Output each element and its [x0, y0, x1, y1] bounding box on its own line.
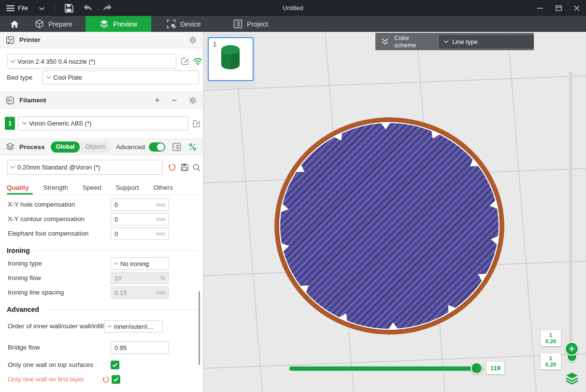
- param-unit: mm: [156, 202, 165, 208]
- bridge-flow-input[interactable]: 0.95: [111, 341, 169, 354]
- move-slider-value: 119: [486, 362, 504, 374]
- reset-process-icon[interactable]: [168, 163, 176, 171]
- tab-preview-label: Preview: [113, 20, 137, 28]
- sliced-layer-model[interactable]: [275, 118, 504, 334]
- process-section-title: Process: [19, 143, 45, 151]
- nav-bar: Prepare Preview Device Project Slice Sen…: [0, 16, 586, 32]
- save-icon[interactable]: [64, 3, 74, 13]
- printer-settings-gear-icon[interactable]: [188, 36, 197, 44]
- printer-preset-select[interactable]: Voron 2.4 350 0.4 nozzle (*): [7, 54, 176, 69]
- add-filament-button[interactable]: +: [155, 95, 160, 106]
- chevron-down-icon: [114, 262, 118, 265]
- advanced-toggle[interactable]: [149, 142, 165, 152]
- param-unit: mm: [156, 216, 165, 222]
- param-label: Ironing line spacing: [8, 289, 111, 296]
- move-slider-handle[interactable]: [471, 362, 483, 374]
- param-label: Only one wall on first layer: [8, 376, 102, 383]
- ironing-group-header: Ironing: [0, 245, 203, 256]
- remove-filament-button[interactable]: −: [172, 95, 177, 106]
- title-bar: File Untitled: [0, 0, 586, 16]
- plus-icon: [569, 346, 575, 352]
- edit-filament-icon[interactable]: [192, 119, 201, 128]
- infill-region: [280, 123, 499, 329]
- save-preset-icon[interactable]: [180, 163, 188, 171]
- layer-slider-track[interactable]: [569, 71, 573, 360]
- bed-type-select[interactable]: Cool Plate: [43, 70, 199, 84]
- plate-1-thumbnail[interactable]: 1: [208, 37, 254, 81]
- redo-icon[interactable]: [102, 4, 113, 12]
- parameter-tune-icon[interactable]: [188, 142, 197, 152]
- color-scheme-select[interactable]: Line type: [439, 35, 534, 48]
- printer-connection-wifi-icon[interactable]: [193, 57, 203, 66]
- param-row: X-Y hole compensation 0 mm: [0, 197, 203, 212]
- collapse-double-chevron-icon[interactable]: [381, 38, 389, 45]
- filament-section-header: Filament + −: [0, 92, 203, 109]
- layer-view-button[interactable]: [564, 371, 580, 386]
- file-menu-chevron-icon[interactable]: [39, 4, 45, 13]
- one-wall-first-checkbox[interactable]: [112, 375, 120, 384]
- layers-stack-icon: [565, 372, 579, 385]
- param-value: 0: [114, 201, 156, 209]
- tab-device-label: Device: [180, 20, 201, 28]
- printer-section-header: Printer: [0, 32, 203, 48]
- bed-type-value: Cool Plate: [53, 74, 82, 81]
- param-value: 0: [114, 230, 156, 238]
- xy-hole-compensation-input[interactable]: 0 mm: [111, 198, 169, 211]
- scope-global[interactable]: Global: [51, 141, 80, 153]
- plate-thumbnail-card[interactable]: 1: [205, 34, 257, 88]
- ironing-type-select[interactable]: No ironing: [111, 257, 169, 270]
- tab-prepare-label: Prepare: [48, 20, 72, 28]
- tab-support[interactable]: Support: [116, 184, 139, 191]
- build-plate-canvas[interactable]: [203, 32, 586, 392]
- tab-strength[interactable]: Strength: [43, 184, 68, 191]
- edit-printer-icon[interactable]: [181, 57, 189, 66]
- color-scheme-value: Line type: [452, 38, 478, 45]
- color-scheme-label: Color scheme: [394, 34, 433, 49]
- scope-objects[interactable]: Objects: [80, 141, 111, 153]
- maximize-button[interactable]: [549, 0, 568, 16]
- move-slider-track[interactable]: [289, 366, 484, 371]
- tab-preview[interactable]: Preview: [86, 16, 151, 32]
- xy-contour-compensation-input[interactable]: 0 mm: [111, 213, 169, 225]
- tab-speed[interactable]: Speed: [83, 184, 101, 191]
- filament-settings-gear-icon[interactable]: [188, 96, 197, 105]
- home-button[interactable]: [4, 16, 25, 32]
- process-preset-select[interactable]: 0.20mm Standard @Voron (*): [7, 160, 163, 175]
- check-icon: [113, 377, 119, 382]
- ironing-line-spacing-input: 0.15 mm: [111, 286, 169, 299]
- tab-device[interactable]: Device: [167, 16, 201, 32]
- param-row: Order of inner wall/outer wall/infill in…: [0, 315, 203, 337]
- tab-prepare[interactable]: Prepare: [35, 16, 72, 32]
- minimize-button[interactable]: [531, 0, 549, 16]
- filament-slot-badge[interactable]: 1: [5, 117, 15, 130]
- file-menu[interactable]: File: [18, 4, 28, 12]
- one-wall-top-checkbox[interactable]: [111, 361, 119, 369]
- process-scope-toggle[interactable]: Global Objects: [51, 141, 111, 153]
- plate-number: 1: [213, 41, 216, 48]
- tab-quality[interactable]: Quality: [7, 184, 29, 191]
- filament-preset-select[interactable]: Voron Generic ABS (*): [18, 116, 188, 130]
- chevron-down-icon: [443, 40, 449, 43]
- close-button[interactable]: [568, 0, 586, 16]
- preview-viewport[interactable]: 1 Color scheme Line type 119 1: [203, 32, 586, 392]
- layer-slider-add-button[interactable]: [565, 342, 579, 356]
- param-label: Order of inner wall/outer wall/infill: [8, 322, 104, 330]
- param-row: Elephant foot compensation 0 mm: [0, 226, 203, 241]
- param-row: Only one wall on top surfaces: [0, 358, 203, 372]
- wall-order-select[interactable]: inner/outer/i…: [104, 320, 163, 333]
- param-value: 0: [114, 216, 156, 223]
- param-row: Bridge flow 0.95: [0, 340, 203, 355]
- process-preset-value: 0.20mm Standard @Voron (*): [17, 164, 100, 171]
- sidebar-scrollbar-thumb[interactable]: [199, 291, 200, 365]
- param-row: Only one wall on first layer: [0, 372, 203, 387]
- tab-others[interactable]: Others: [153, 184, 173, 191]
- search-settings-icon[interactable]: [192, 163, 201, 172]
- parameter-list-icon[interactable]: [172, 142, 181, 152]
- slicer-window: File Untitled: [0, 0, 586, 392]
- elephant-foot-compensation-input[interactable]: 0 mm: [111, 227, 169, 240]
- reset-one-wall-first-icon[interactable]: [102, 376, 110, 383]
- undo-icon[interactable]: [83, 4, 93, 12]
- tab-project[interactable]: Project: [233, 16, 268, 32]
- menu-icon[interactable]: [6, 5, 14, 11]
- printer-icon: [6, 36, 14, 44]
